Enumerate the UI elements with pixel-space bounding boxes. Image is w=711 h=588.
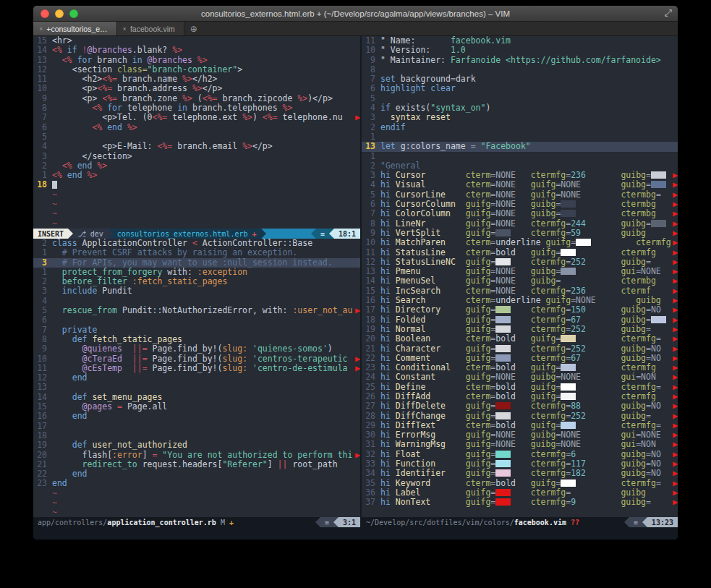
code-token [586,219,621,229]
code-text: end [52,469,360,479]
tab[interactable]: ×facebook.vim [117,22,184,35]
code-token: =NONE [490,276,516,286]
truncation-marker: ▶ [671,363,678,372]
line-number: 18 [33,431,52,440]
code-token [586,171,621,180]
code-text: ~ [52,508,360,517]
minimize-button[interactable] [55,9,64,18]
code-token: guibg [621,401,646,411]
code-token: guifg [466,440,491,449]
tab-close-icon[interactable]: × [39,25,43,33]
code-token: cterm [466,334,491,344]
code-token: in [177,103,192,113]
code-token: guibg [621,180,646,189]
code-token [425,315,465,325]
code-text: hi Directory guifg= ctermfg=150 guibg=NO [380,305,678,315]
code-line: 9 <p> <%= branch.zone %> (<%= branch.zip… [33,94,360,103]
zoom-button[interactable] [69,9,78,18]
line-number: 16 [362,296,380,305]
color-swatch [651,316,666,323]
code-token: = [451,74,456,84]
code-token: < [192,239,203,248]
code-token: <p> [102,113,117,122]
code-token: @branches [148,56,197,65]
code-token: Pmenu [396,267,421,276]
code-token [52,335,72,344]
code-text: hi Search cterm=underline guifg=NONE gui… [380,296,678,305]
code-line: 9hi VertSplit guifg= ctermfg=59 guibg▶ [362,229,678,238]
code-token: Label [396,488,421,498]
code-token: =NONE [555,440,581,449]
code-token [516,334,531,344]
code-token: = [555,200,561,209]
code-token: = [646,219,651,229]
close-button[interactable] [41,9,49,18]
ruby-pane[interactable]: 2class ApplicationController < ActionCon… [33,239,360,517]
code-line: 35hi Keyword cterm=bold guifg= ctermfg=▶ [362,479,678,488]
code-token: 236 [571,171,586,180]
code-line: 7set background=dark [362,74,678,84]
line-number: 10 [362,238,380,247]
code-text [52,297,360,306]
code-token: endif [380,123,406,132]
truncation-marker: ▶ [671,325,678,334]
code-text: private [52,325,360,335]
left-column: 15<hr>14<% if !@branches.blank? %>13 <% … [33,36,360,527]
line-number: 7 [33,325,52,335]
code-text: ~ [52,498,360,508]
code-token: )</p> [307,94,333,103]
code-token: hi [380,430,396,440]
code-token [581,190,621,200]
tab-close-icon[interactable]: × [123,25,127,33]
vim-colorscheme-pane[interactable]: 11" Name: facebook.vim10" Version: 1.09"… [362,36,678,517]
status-filler [579,517,624,527]
code-token [516,372,531,382]
erb-pane[interactable]: 15<hr>14<% if !@branches.blank? %>13 <% … [33,36,360,229]
code-token: MatchParen [396,238,446,247]
line-number: 4 [362,180,380,189]
code-token [516,190,531,200]
titlebar[interactable]: consultorios_externos.html.erb + (~/Deve… [33,6,678,22]
code-token: guifg [466,412,491,421]
code-token: hi [380,200,396,209]
code-token: %> [172,46,182,55]
truncation-marker: ▶ [671,430,678,440]
code-line: ~ [33,508,360,517]
code-token: ctermfg [531,459,566,469]
code-text: hi ErrorMsg guifg=NONE guibg=NONE gui=NO… [380,430,678,440]
code-token: facebook.vim [451,36,511,46]
code-text: hi IncSearch cterm=NONE ctermfg=236 cter… [380,286,678,296]
code-token: guifg [531,180,556,189]
add-tab-button[interactable]: ⊕ [184,22,203,35]
code-token [52,268,62,277]
code-token: hi [380,276,396,286]
code-line: 16 end [33,412,360,421]
cursor-position: 18:1 [334,229,360,239]
line-number: 14 [33,46,52,55]
code-line: 4 [33,297,360,306]
code-token: end [72,373,88,383]
code-token: = [646,315,651,325]
code-token: = [153,451,163,460]
code-text [380,132,678,142]
fullscreen-icon[interactable]: ⤢ [665,7,672,19]
color-swatch [495,306,511,313]
code-token: cterm [466,286,491,296]
code-token: guibg [621,412,646,421]
code-token: guibg [621,459,646,469]
code-token: %> [97,161,107,171]
line-number: 18 [362,315,380,325]
code-token [581,315,621,325]
code-token: telephone.ext [167,113,242,122]
tab[interactable]: ×+consultorios_e… [33,22,117,35]
code-line: 15 @pages = Page.all [33,402,360,412]
code-line: 13hi Pmenu guifg=NONE guibg= gui=NONE▶ [362,267,678,276]
code-token [456,200,466,209]
code-text: ~ [52,200,360,209]
code-token [52,402,82,412]
code-text: <p>Tel. (0<%= telephone.ext %>) <%= tele… [52,113,360,122]
code-text: hi WarningMsg guifg=NONE guibg=NONE gui=… [380,440,678,449]
code-token [516,180,531,189]
code-token: guibg [621,229,646,238]
code-text: redirect_to request.headers["Referer"] |… [52,460,360,469]
